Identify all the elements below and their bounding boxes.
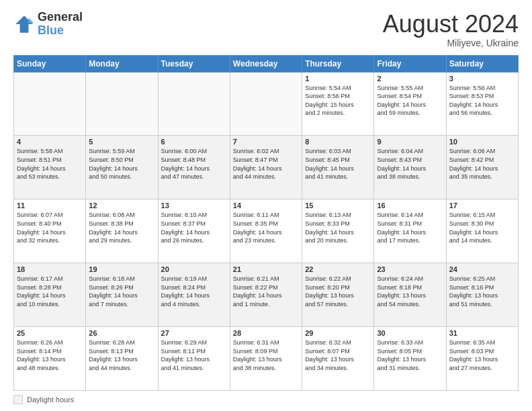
day-info: Sunrise: 6:29 AMSunset: 8:11 PMDaylight:… xyxy=(161,338,227,372)
table-row: 24Sunrise: 6:25 AMSunset: 8:16 PMDayligh… xyxy=(446,263,518,327)
table-row: 22Sunrise: 6:22 AMSunset: 8:20 PMDayligh… xyxy=(302,263,374,327)
day-number: 28 xyxy=(233,329,299,337)
location-subtitle: Miliyeve, Ukraine xyxy=(383,38,519,48)
legend-label: Daylight hours xyxy=(27,396,74,404)
table-row: 26Sunrise: 6:28 AMSunset: 8:13 PMDayligh… xyxy=(86,327,158,391)
day-number: 20 xyxy=(161,265,227,273)
page: General Blue August 2024 Miliyeve, Ukrai… xyxy=(0,0,532,411)
table-row: 28Sunrise: 6:31 AMSunset: 8:09 PMDayligh… xyxy=(230,327,302,391)
table-row: 7Sunrise: 6:02 AMSunset: 8:47 PMDaylight… xyxy=(230,136,302,199)
day-number: 27 xyxy=(161,329,227,337)
day-info: Sunrise: 6:21 AMSunset: 8:22 PMDaylight:… xyxy=(233,275,299,308)
day-info: Sunrise: 6:32 AMSunset: 8:07 PMDaylight:… xyxy=(305,338,371,372)
day-number: 2 xyxy=(377,75,443,83)
day-info: Sunrise: 6:13 AMSunset: 8:33 PMDaylight:… xyxy=(305,211,371,244)
day-info: Sunrise: 6:11 AMSunset: 8:35 PMDaylight:… xyxy=(233,211,299,244)
header: General Blue August 2024 Miliyeve, Ukrai… xyxy=(13,11,519,48)
logo: General Blue xyxy=(13,11,83,38)
day-info: Sunrise: 6:18 AMSunset: 8:26 PMDaylight:… xyxy=(89,275,154,308)
day-number: 9 xyxy=(377,138,443,146)
table-row: 29Sunrise: 6:32 AMSunset: 8:07 PMDayligh… xyxy=(302,327,374,391)
day-number: 7 xyxy=(233,138,299,146)
table-row: 13Sunrise: 6:10 AMSunset: 8:37 PMDayligh… xyxy=(158,199,230,263)
day-info: Sunrise: 6:00 AMSunset: 8:48 PMDaylight:… xyxy=(161,147,227,181)
day-info: Sunrise: 6:22 AMSunset: 8:20 PMDaylight:… xyxy=(305,275,371,308)
logo-text: General Blue xyxy=(38,11,83,38)
day-number: 16 xyxy=(377,201,443,210)
col-sunday: Sunday xyxy=(14,55,86,72)
day-info: Sunrise: 6:35 AMSunset: 8:03 PMDaylight:… xyxy=(449,338,515,372)
month-title: August 2024 xyxy=(383,11,519,38)
day-info: Sunrise: 5:59 AMSunset: 8:50 PMDaylight:… xyxy=(89,147,154,181)
table-row: 12Sunrise: 6:08 AMSunset: 8:38 PMDayligh… xyxy=(86,199,158,263)
day-number: 15 xyxy=(305,201,371,210)
day-number: 13 xyxy=(161,201,227,210)
day-number: 14 xyxy=(233,201,299,210)
week-row-4: 18Sunrise: 6:17 AMSunset: 8:28 PMDayligh… xyxy=(14,263,519,327)
table-row: 30Sunrise: 6:33 AMSunset: 8:05 PMDayligh… xyxy=(374,327,446,391)
table-row: 23Sunrise: 6:24 AMSunset: 8:18 PMDayligh… xyxy=(374,263,446,327)
svg-marker-0 xyxy=(15,15,33,33)
week-row-1: 1Sunrise: 5:54 AMSunset: 8:56 PMDaylight… xyxy=(14,72,519,136)
day-number: 3 xyxy=(449,75,515,83)
calendar-table: Sunday Monday Tuesday Wednesday Thursday… xyxy=(13,55,519,391)
table-row: 2Sunrise: 5:55 AMSunset: 8:54 PMDaylight… xyxy=(374,72,446,136)
day-info: Sunrise: 6:08 AMSunset: 8:38 PMDaylight:… xyxy=(89,211,154,244)
day-info: Sunrise: 6:04 AMSunset: 8:43 PMDaylight:… xyxy=(377,147,443,181)
table-row: 4Sunrise: 5:58 AMSunset: 8:51 PMDaylight… xyxy=(14,136,86,199)
table-row: 11Sunrise: 6:07 AMSunset: 8:40 PMDayligh… xyxy=(14,199,86,263)
col-friday: Friday xyxy=(374,55,446,72)
day-number: 1 xyxy=(305,75,371,83)
table-row: 25Sunrise: 6:26 AMSunset: 8:14 PMDayligh… xyxy=(14,327,86,391)
title-block: August 2024 Miliyeve, Ukraine xyxy=(383,11,519,48)
day-number: 19 xyxy=(89,265,154,273)
day-info: Sunrise: 6:24 AMSunset: 8:18 PMDaylight:… xyxy=(377,275,443,308)
table-row: 1Sunrise: 5:54 AMSunset: 8:56 PMDaylight… xyxy=(302,72,374,136)
day-number: 6 xyxy=(161,138,227,146)
col-wednesday: Wednesday xyxy=(230,55,302,72)
day-info: Sunrise: 5:56 AMSunset: 8:53 PMDaylight:… xyxy=(449,84,515,118)
legend: Daylight hours xyxy=(13,395,519,404)
table-row: 18Sunrise: 6:17 AMSunset: 8:28 PMDayligh… xyxy=(14,263,86,327)
day-info: Sunrise: 6:31 AMSunset: 8:09 PMDaylight:… xyxy=(233,338,299,372)
day-number: 5 xyxy=(89,138,154,146)
day-info: Sunrise: 6:33 AMSunset: 8:05 PMDaylight:… xyxy=(377,338,443,372)
svg-marker-1 xyxy=(28,17,34,23)
day-info: Sunrise: 5:55 AMSunset: 8:54 PMDaylight:… xyxy=(377,84,443,118)
day-number: 12 xyxy=(89,201,154,210)
day-info: Sunrise: 6:28 AMSunset: 8:13 PMDaylight:… xyxy=(89,338,154,372)
table-row: 9Sunrise: 6:04 AMSunset: 8:43 PMDaylight… xyxy=(374,136,446,199)
day-info: Sunrise: 6:14 AMSunset: 8:31 PMDaylight:… xyxy=(377,211,443,244)
day-info: Sunrise: 6:02 AMSunset: 8:47 PMDaylight:… xyxy=(233,147,299,181)
day-number: 21 xyxy=(233,265,299,273)
day-number: 25 xyxy=(17,329,83,337)
table-row: 27Sunrise: 6:29 AMSunset: 8:11 PMDayligh… xyxy=(158,327,230,391)
day-info: Sunrise: 6:26 AMSunset: 8:14 PMDaylight:… xyxy=(17,338,83,372)
week-row-3: 11Sunrise: 6:07 AMSunset: 8:40 PMDayligh… xyxy=(14,199,519,263)
col-thursday: Thursday xyxy=(302,55,374,72)
table-row: 16Sunrise: 6:14 AMSunset: 8:31 PMDayligh… xyxy=(374,199,446,263)
col-monday: Monday xyxy=(86,55,158,72)
day-info: Sunrise: 6:15 AMSunset: 8:30 PMDaylight:… xyxy=(449,211,515,244)
table-row: 19Sunrise: 6:18 AMSunset: 8:26 PMDayligh… xyxy=(86,263,158,327)
week-row-5: 25Sunrise: 6:26 AMSunset: 8:14 PMDayligh… xyxy=(14,327,519,391)
day-info: Sunrise: 6:17 AMSunset: 8:28 PMDaylight:… xyxy=(17,275,83,308)
table-row xyxy=(86,72,158,136)
table-row: 20Sunrise: 6:19 AMSunset: 8:24 PMDayligh… xyxy=(158,263,230,327)
day-number: 23 xyxy=(377,265,443,273)
table-row: 14Sunrise: 6:11 AMSunset: 8:35 PMDayligh… xyxy=(230,199,302,263)
day-number: 10 xyxy=(449,138,515,146)
day-number: 24 xyxy=(449,265,515,273)
day-number: 18 xyxy=(17,265,83,273)
table-row: 3Sunrise: 5:56 AMSunset: 8:53 PMDaylight… xyxy=(446,72,518,136)
table-row: 21Sunrise: 6:21 AMSunset: 8:22 PMDayligh… xyxy=(230,263,302,327)
legend-box xyxy=(13,395,23,404)
day-number: 11 xyxy=(17,201,83,210)
table-row xyxy=(230,72,302,136)
table-row: 6Sunrise: 6:00 AMSunset: 8:48 PMDaylight… xyxy=(158,136,230,199)
day-info: Sunrise: 6:03 AMSunset: 8:45 PMDaylight:… xyxy=(305,147,371,181)
table-row: 31Sunrise: 6:35 AMSunset: 8:03 PMDayligh… xyxy=(446,327,518,391)
table-row: 17Sunrise: 6:15 AMSunset: 8:30 PMDayligh… xyxy=(446,199,518,263)
logo-general-text: General xyxy=(38,11,83,24)
day-number: 31 xyxy=(449,329,515,337)
